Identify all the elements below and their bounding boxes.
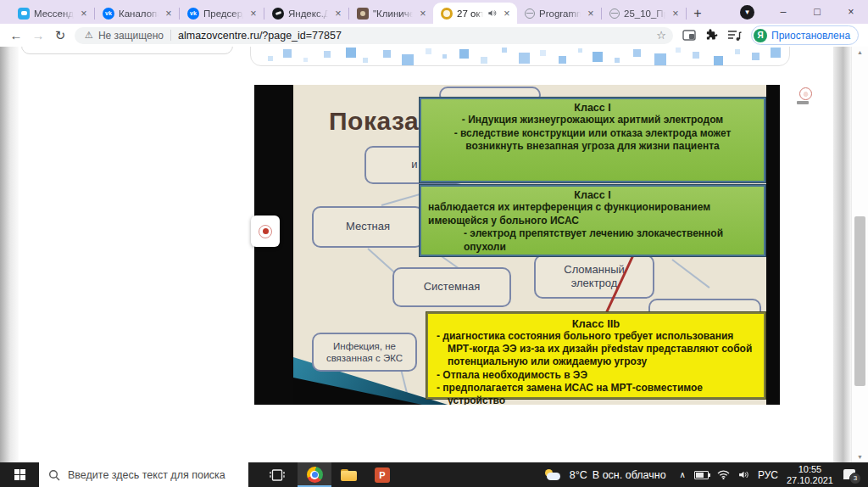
record-button[interactable]: [251, 216, 280, 247]
windows-taskbar: Введите здесь текст для поиска P 8°C В о…: [0, 462, 868, 487]
bookmark-star-icon[interactable]: ☆: [656, 29, 666, 42]
bullet-text: - Отпала необходимость в ЭЭ: [437, 369, 755, 382]
avatar: Я: [754, 29, 767, 42]
file-explorer-icon: [341, 469, 357, 481]
tab-active-27-oct[interactable]: 27 октя ×: [433, 3, 517, 24]
battery-icon[interactable]: [694, 471, 709, 479]
back-button[interactable]: ←: [5, 28, 27, 42]
tab-label: Предсердн: [203, 8, 243, 19]
taskbar-explorer-button[interactable]: [331, 462, 365, 487]
tab-close-icon[interactable]: ×: [163, 8, 175, 20]
ring-favicon-icon: [441, 8, 453, 20]
taskbar-chrome-button[interactable]: [298, 462, 331, 487]
window-controls: ▾ – □ ×: [740, 0, 868, 24]
tab-predserd[interactable]: vk Предсердн ×: [180, 3, 264, 24]
audio-playing-icon[interactable]: [487, 8, 497, 18]
tab-close-icon[interactable]: ×: [248, 8, 259, 20]
volume-icon[interactable]: [738, 470, 749, 479]
tab-messenger[interactable]: Мессендже ×: [10, 3, 94, 24]
wifi-icon[interactable]: [717, 470, 730, 479]
url-text[interactable]: almazovcentre.ru/?page_id=77857: [178, 30, 656, 42]
tab-kanalopatii[interactable]: vk Каналопат ×: [95, 3, 179, 24]
task-view-button[interactable]: [260, 462, 294, 487]
bullet-text: - диагностика состояния больного требует…: [437, 330, 755, 369]
media-controls-icon[interactable]: [727, 30, 742, 42]
forward-button[interactable]: →: [27, 28, 49, 42]
chrome-icon: [307, 467, 323, 483]
tab-programm[interactable]: Programm_ ×: [517, 3, 601, 24]
yandex-disk-icon: [272, 8, 284, 20]
weather-desc[interactable]: В осн. облачно: [593, 469, 666, 481]
notification-center-button[interactable]: 3: [843, 469, 857, 481]
tray-chevron-up-icon[interactable]: ∧: [680, 470, 686, 479]
time-text: 10:55: [787, 464, 833, 475]
close-button[interactable]: ×: [834, 0, 868, 24]
class1-box-bottom: Класс I наблюдается их интерференция с ф…: [420, 185, 765, 256]
extensions-puzzle-icon[interactable]: [705, 29, 718, 42]
globe-icon: [609, 8, 620, 19]
search-placeholder-text: Введите здесь текст для поиска: [68, 469, 225, 481]
tab-close-icon[interactable]: ×: [417, 8, 429, 20]
node-label: Сломанный электрод: [541, 263, 648, 291]
maximize-button[interactable]: □: [800, 0, 834, 24]
new-tab-button[interactable]: +: [687, 3, 709, 24]
tab-close-icon[interactable]: ×: [501, 8, 513, 20]
page-left-margin: [0, 47, 19, 462]
profile-sync-chip[interactable]: Я Приостановлена: [751, 25, 859, 45]
class2b-box: Класс IIb - диагностика состояния больно…: [426, 312, 765, 399]
page-content: Показан и Местная Системная Сломанный эл…: [0, 47, 868, 462]
browser-scrollbar[interactable]: ▲ ▼: [851, 47, 868, 462]
tab-search-icon[interactable]: ▾: [740, 5, 754, 20]
start-button[interactable]: [0, 462, 39, 487]
windows-logo-icon: [14, 469, 25, 480]
tab-label: Каналопат: [119, 8, 159, 19]
tab-label: Яндекс.Дис: [288, 8, 328, 19]
language-indicator[interactable]: РУС: [758, 469, 778, 481]
presentation-slide-video[interactable]: Показан и Местная Системная Сломанный эл…: [254, 85, 780, 405]
node-local: Местная: [312, 206, 424, 248]
tab-close-icon[interactable]: ×: [585, 8, 597, 20]
node-label: Системная: [424, 280, 481, 294]
weather-temp[interactable]: 8°C: [570, 469, 587, 481]
tab-close-icon[interactable]: ×: [670, 8, 682, 20]
tab-yandex-disk[interactable]: Яндекс.Дис ×: [264, 3, 348, 24]
bullet-text: электродом: [660, 114, 723, 126]
tab-close-icon[interactable]: ×: [332, 8, 344, 20]
tab-label: 25_10_Пра: [624, 8, 665, 19]
system-tray: 8°C В осн. облачно ∧ РУС 10:55 27.10.202…: [544, 464, 868, 486]
clock[interactable]: 10:55 27.10.2021: [787, 464, 833, 486]
mosaic-banner: [250, 47, 790, 66]
weather-icon[interactable]: [544, 469, 561, 481]
taskbar-powerpoint-button[interactable]: P: [365, 462, 399, 487]
side-panel-icon[interactable]: [682, 30, 696, 41]
powerpoint-icon: P: [375, 467, 390, 483]
bullet-text: - Индукция: [462, 114, 520, 126]
scrollbar-thumb[interactable]: [854, 216, 865, 386]
messenger-icon: [18, 8, 30, 20]
box-title: Класс IIb: [437, 317, 755, 330]
address-divider: [170, 30, 171, 41]
address-bar[interactable]: ⚠ Не защищено almazovcentre.ru/?page_id=…: [75, 27, 673, 44]
tab-25-10[interactable]: 25_10_Пра ×: [602, 3, 686, 24]
search-icon: [48, 469, 60, 481]
node-label: Местная: [346, 220, 390, 233]
box-line: наблюдается их интерференция с функциони…: [428, 201, 757, 215]
scroll-down-arrow-icon[interactable]: ▼: [852, 454, 868, 460]
browser-toolbar: ← → ↻ ⚠ Не защищено almazovcentre.ru/?pa…: [0, 24, 868, 47]
date-text: 27.10.2021: [787, 475, 833, 486]
vk-icon: vk: [187, 8, 199, 20]
bullet-bold-text: жизнеугрожающих аритмий: [520, 114, 661, 126]
notification-badge: 3: [849, 473, 861, 484]
reload-button[interactable]: ↻: [49, 28, 71, 43]
security-label[interactable]: Не защищено: [98, 30, 164, 42]
vk-icon: vk: [103, 8, 114, 20]
tab-label: "Клиническ: [373, 8, 413, 19]
minimize-button[interactable]: –: [766, 0, 800, 24]
node-systemic: Системная: [392, 267, 511, 307]
scrolled-card-remnant: [21, 47, 233, 54]
taskbar-search-box[interactable]: Введите здесь текст для поиска: [39, 462, 248, 487]
globe-icon: [525, 8, 535, 19]
tab-klinicheskie[interactable]: "Клиническ ×: [349, 3, 433, 24]
scroll-up-arrow-icon[interactable]: ▲: [852, 49, 868, 55]
tab-close-icon[interactable]: ×: [78, 8, 90, 20]
